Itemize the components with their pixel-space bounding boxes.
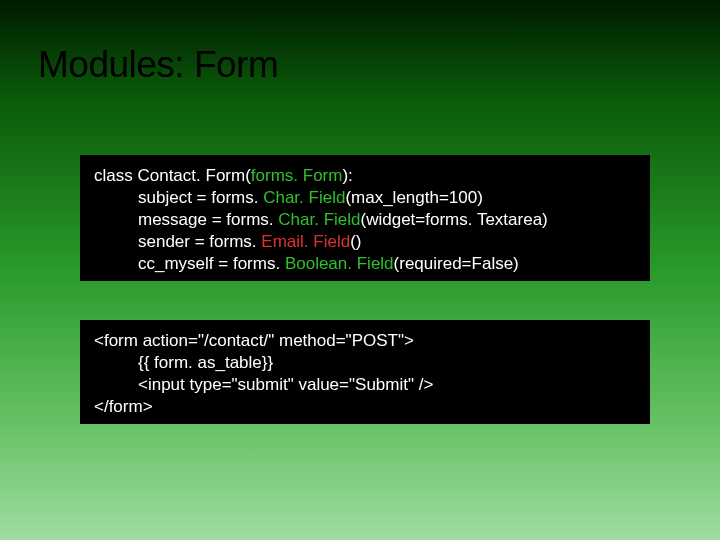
code-text: (widget=forms. Textarea) — [361, 210, 548, 229]
slide-title: Modules: Form — [38, 44, 278, 86]
code-text: subject = forms. — [138, 188, 263, 207]
code-line: subject = forms. Char. Field(max_length=… — [94, 187, 636, 209]
code-type: forms. Form — [251, 166, 343, 185]
code-text: cc_myself = forms. — [138, 254, 285, 273]
code-line: sender = forms. Email. Field() — [94, 231, 636, 253]
code-text: sender = forms. — [138, 232, 261, 251]
code-type: Char. Field — [278, 210, 360, 229]
code-text: (required=False) — [394, 254, 519, 273]
code-line: {{ form. as_table}} — [94, 352, 636, 374]
code-line: message = forms. Char. Field(widget=form… — [94, 209, 636, 231]
code-line: class Contact. Form(forms. Form): — [94, 165, 636, 187]
code-text: Contact. Form( — [133, 166, 251, 185]
code-type: Char. Field — [263, 188, 345, 207]
code-line: </form> — [94, 396, 636, 418]
code-text: message = forms. — [138, 210, 278, 229]
code-type: Boolean. Field — [285, 254, 394, 273]
code-line: <input type="submit" value="Submit" /> — [94, 374, 636, 396]
code-type: Email. Field — [261, 232, 350, 251]
code-block-python: class Contact. Form(forms. Form): subjec… — [80, 155, 650, 281]
code-text: (max_length=100) — [345, 188, 483, 207]
code-block-html: <form action="/contact/" method="POST"> … — [80, 320, 650, 424]
code-text: () — [350, 232, 361, 251]
code-text: ): — [342, 166, 352, 185]
code-line: cc_myself = forms. Boolean. Field(requir… — [94, 253, 636, 275]
keyword-class: class — [94, 166, 133, 185]
code-line: <form action="/contact/" method="POST"> — [94, 330, 636, 352]
